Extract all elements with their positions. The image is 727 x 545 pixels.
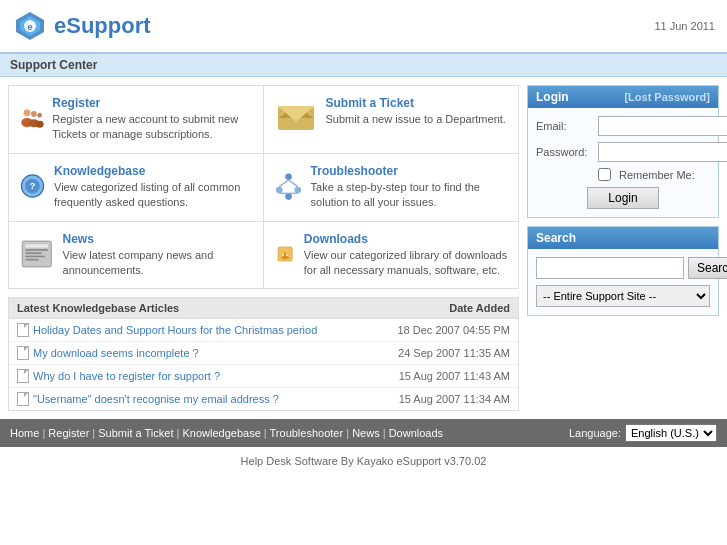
logo-text: eSupport: [54, 13, 151, 39]
page-header: e eSupport 11 Jun 2011: [0, 0, 727, 54]
email-input-wrapper: [598, 116, 727, 136]
svg-point-18: [294, 186, 301, 193]
svg-rect-28: [25, 255, 44, 257]
svg-line-21: [288, 180, 297, 187]
svg-text:e: e: [27, 22, 32, 32]
kb-article-link-3[interactable]: "Username" doesn't recognise my email ad…: [17, 392, 279, 406]
dl-desc: View our categorized library of download…: [304, 248, 508, 279]
password-field[interactable]: [598, 142, 727, 162]
feature-dl: Downloads View our categorized library o…: [264, 222, 519, 289]
kb-date-1: 24 Sep 2007 11:35 AM: [398, 347, 510, 359]
search-scope-select[interactable]: -- Entire Support Site --: [536, 285, 710, 307]
header-date: 11 Jun 2011: [654, 20, 715, 32]
remember-label: Remember Me:: [619, 169, 695, 181]
trouble-icon: [274, 164, 303, 208]
footer-links: Home | Register | Submit a Ticket | Know…: [10, 427, 443, 439]
kb-header-left: Latest Knowledgebase Articles: [17, 302, 179, 314]
login-header-label: Login: [536, 90, 569, 104]
footer-link-home[interactable]: Home: [10, 427, 39, 439]
password-label: Password:: [536, 146, 594, 158]
trouble-link[interactable]: Troubleshooter: [311, 164, 398, 178]
svg-text:?: ?: [30, 180, 36, 191]
kb-date-3: 15 Aug 2007 11:34 AM: [399, 393, 510, 405]
svg-point-9: [36, 121, 44, 128]
register-info: Register Register a new account to submi…: [52, 96, 252, 143]
search-box: Search Search -- Entire Support Site --: [527, 226, 719, 316]
kb-article-link-1[interactable]: My download seems incomplete ?: [17, 346, 199, 360]
svg-line-20: [279, 180, 288, 187]
ticket-desc: Submit a new issue to a Department.: [326, 112, 506, 127]
footer-text: Help Desk Software By Kayako eSupport v3…: [241, 455, 487, 467]
search-button[interactable]: Search: [688, 257, 727, 279]
footer-link-kb[interactable]: Knowledgebase: [182, 427, 260, 439]
news-desc: View latest company news and announcemen…: [63, 248, 253, 279]
svg-point-19: [285, 193, 292, 200]
svg-point-8: [37, 113, 42, 118]
kb-article-link-0[interactable]: Holiday Dates and Support Hours for the …: [17, 323, 317, 337]
login-btn-wrapper: Login: [536, 187, 710, 209]
news-link[interactable]: News: [63, 232, 94, 246]
footer-language: Language: English (U.S.): [569, 424, 717, 442]
footer-link-dl[interactable]: Downloads: [389, 427, 443, 439]
footer-link-news[interactable]: News: [352, 427, 380, 439]
doc-icon: [17, 369, 29, 383]
search-form: Search -- Entire Support Site --: [528, 249, 718, 315]
password-row: Password:: [536, 142, 710, 162]
kb-article-row: My download seems incomplete ? 24 Sep 20…: [9, 342, 518, 365]
language-select[interactable]: English (U.S.): [625, 424, 717, 442]
main-layout: Register Register a new account to submi…: [0, 77, 727, 419]
svg-point-17: [275, 186, 282, 193]
kb-article-row: Holiday Dates and Support Hours for the …: [9, 319, 518, 342]
ticket-link[interactable]: Submit a Ticket: [326, 96, 414, 110]
lost-password-link[interactable]: [Lost Password]: [624, 91, 710, 103]
remember-row: Remember Me:: [536, 168, 710, 181]
feature-grid: Register Register a new account to submi…: [8, 85, 519, 289]
bottom-footer: Help Desk Software By Kayako eSupport v3…: [0, 447, 727, 475]
email-label: Email:: [536, 120, 594, 132]
footer-link-register[interactable]: Register: [48, 427, 89, 439]
login-box-header: Login [Lost Password]: [528, 86, 718, 108]
news-info: News View latest company news and announ…: [63, 232, 253, 279]
remember-checkbox[interactable]: [598, 168, 611, 181]
footer-link-ticket[interactable]: Submit a Ticket: [98, 427, 173, 439]
register-link[interactable]: Register: [52, 96, 100, 110]
language-label: Language:: [569, 427, 621, 439]
svg-point-16: [285, 173, 292, 180]
main-content: Register Register a new account to submi…: [0, 77, 527, 419]
feature-register: Register Register a new account to submi…: [9, 86, 264, 154]
news-icon: [19, 232, 55, 276]
trouble-info: Troubleshooter Take a step-by-step tour …: [311, 164, 508, 211]
svg-rect-27: [25, 252, 41, 254]
search-header-label: Search: [536, 231, 576, 245]
doc-icon: [17, 346, 29, 360]
doc-icon: [17, 323, 29, 337]
ticket-info: Submit a Ticket Submit a new issue to a …: [326, 96, 506, 127]
feature-trouble: Troubleshooter Take a step-by-step tour …: [264, 154, 519, 222]
logo-icon: e: [12, 8, 48, 44]
svg-rect-25: [25, 244, 48, 247]
login-button[interactable]: Login: [587, 187, 658, 209]
svg-point-4: [24, 109, 31, 116]
kb-section-header: Latest Knowledgebase Articles Date Added: [9, 298, 518, 319]
email-row: Email:: [536, 116, 710, 136]
sidebar: Login [Lost Password] Email: Password:: [527, 77, 727, 419]
login-box: Login [Lost Password] Email: Password:: [527, 85, 719, 218]
register-desc: Register a new account to submit new Tic…: [52, 112, 252, 143]
footer-link-trouble[interactable]: Troubleshooter: [270, 427, 344, 439]
feature-news: News View latest company news and announ…: [9, 222, 264, 289]
kb-section: Latest Knowledgebase Articles Date Added…: [8, 297, 519, 411]
search-input[interactable]: [536, 257, 684, 279]
kb-link[interactable]: Knowledgebase: [54, 164, 145, 178]
search-box-header: Search: [528, 227, 718, 249]
footer-nav: Home | Register | Submit a Ticket | Know…: [0, 419, 727, 447]
dl-info: Downloads View our categorized library o…: [304, 232, 508, 279]
kb-date-0: 18 Dec 2007 04:55 PM: [397, 324, 510, 336]
logo[interactable]: e eSupport: [12, 8, 151, 44]
dl-link[interactable]: Downloads: [304, 232, 368, 246]
kb-info: Knowledgebase View categorized listing o…: [54, 164, 252, 211]
register-icon: [19, 96, 44, 140]
feature-kb: ? Knowledgebase View categorized listing…: [9, 154, 264, 222]
email-field[interactable]: [598, 116, 727, 136]
login-form: Email: Password: Remember Me:: [528, 108, 718, 217]
kb-article-link-2[interactable]: Why do I have to register for support ?: [17, 369, 220, 383]
